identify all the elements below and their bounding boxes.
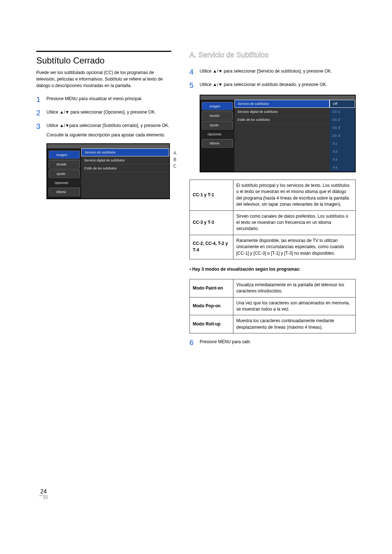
osd-left-nav: Imagen Sonido Ajuste Opciones Idioma — [200, 100, 234, 172]
osd-nav-item: Idioma — [49, 188, 79, 196]
step-2: 2 Utilice ▲/▼ para seleccionar [Opciones… — [36, 109, 171, 117]
rule-line — [36, 51, 171, 52]
step-text-sub: Consulte la siguiente descripción para a… — [46, 132, 171, 138]
step-text: Presione MENU para salir. — [200, 338, 356, 345]
osd-mid-panel: Servicio de subtítulos Servicio digital … — [81, 148, 169, 198]
osd-mid-row: Estilo de los subtítulos — [81, 164, 169, 172]
subsection-title: A. Servicio de Subtítulos — [189, 51, 356, 59]
callout-a: A — [173, 151, 176, 156]
cell-val: Raramente disponible, las emisoras de TV… — [233, 235, 356, 259]
step-number: 2 — [36, 109, 42, 117]
osd-nav-item: Imagen — [49, 151, 79, 159]
table-row: Modo Pop-on Una vez que los caracteres s… — [190, 297, 356, 315]
cell-val: Visualiza inmediatamente en la pantalla … — [233, 279, 356, 297]
step-text-main: Utilice ▲/▼para seleccionar [Subtítulo c… — [46, 123, 170, 128]
osd-nav-item: Opciones — [200, 130, 234, 138]
table-row: Modo Paint-on Visualiza inmediatamente e… — [190, 279, 356, 297]
step-text: Utilice ▲/▼ para seleccionar el subtítul… — [200, 81, 356, 88]
bullet-heading: • Hay 3 modos de visualización según los… — [189, 267, 356, 272]
callout-b: B — [173, 157, 176, 162]
cell-val: Sirven como canales de datos preferidos.… — [233, 210, 356, 235]
step-1: 1 Presione MENU para visualizar el menú … — [36, 95, 171, 104]
page-lang: ES — [39, 496, 48, 500]
osd-nav-item: Sonido — [49, 160, 79, 168]
osd-right-row: T-3 — [330, 156, 355, 164]
cell-key: Modo Roll-up — [190, 315, 233, 333]
display-modes-table: Modo Paint-on Visualiza inmediatamente e… — [189, 279, 356, 333]
step-text: Utilice ▲/▼ para seleccionar [Servicio d… — [200, 68, 356, 74]
callout-c: C — [173, 164, 176, 169]
osd-nav-item: Ajuste — [49, 170, 79, 178]
osd-right-row: T-4 — [330, 164, 355, 172]
step-number: 3 — [36, 122, 42, 131]
osd-right-row: CC-4 — [330, 132, 355, 140]
osd-mid-row: Servicio de subtítulos — [81, 148, 169, 156]
step-text: Utilice ▲/▼para seleccionar [Subtítulo c… — [46, 122, 171, 138]
osd-right-row: CC-2 — [330, 116, 355, 124]
osd-mid-row: Servicio digital de subtítulos — [81, 156, 169, 164]
cell-val: El subtítulo principal y los servicios d… — [233, 180, 356, 211]
osd-body: Imagen Sonido Ajuste Opciones Idioma Ser… — [200, 100, 355, 172]
osd-nav-item: Idioma — [202, 139, 233, 147]
osd-mid-panel: Servicio de subtítulos Servicio digital … — [234, 100, 330, 172]
left-column: Subtítulo Cerrado Puede ver los subtitul… — [36, 51, 171, 352]
osd-mid-row: Servicio de subtítulos — [234, 100, 330, 108]
osd-nav-item: Ajuste — [202, 121, 233, 129]
step-5: 5 Utilice ▲/▼ para seleccionar el subtít… — [189, 81, 356, 90]
osd-right-row: CC-1 — [330, 108, 355, 116]
step-number: 5 — [189, 81, 195, 90]
page-number-value: 24 — [39, 488, 48, 496]
page-content: Subtítulo Cerrado Puede ver los subtitul… — [0, 0, 392, 366]
cell-val: Una vez que los caracteres son almacenad… — [233, 297, 356, 315]
cell-key: Modo Pop-on — [190, 297, 233, 315]
step-text: Utilice ▲/▼ para seleccionar [Opciones],… — [46, 109, 171, 115]
outline-text: A. Servicio de Subtítulos — [189, 51, 269, 59]
cell-key: CC-3 y T-3 — [190, 210, 233, 235]
page-number: 24 ES — [39, 488, 48, 500]
osd-right-panel: Off CC-1 CC-2 CC-3 CC-4 T-1 T-2 T-3 T-4 — [330, 100, 355, 172]
caption-modes-table: CC-1 y T-1 El subtítulo principal y los … — [189, 180, 356, 259]
step-6: 6 Presione MENU para salir. — [189, 338, 356, 347]
table-row: CC-2, CC-4, T-2 y T-4 Raramente disponib… — [190, 235, 356, 259]
table-row: CC-1 y T-1 El subtítulo principal y los … — [190, 180, 356, 211]
osd-left-nav: Imagen Sonido Ajuste Opciones Idioma — [47, 148, 81, 198]
osd-menu-screenshot: Imagen Sonido Ajuste Opciones Idioma Ser… — [46, 143, 170, 199]
table-row: CC-3 y T-3 Sirven como canales de datos … — [190, 210, 356, 235]
table-row: Modo Roll-up Muestra los caracteres cont… — [190, 315, 356, 333]
cell-key: CC-2, CC-4, T-2 y T-4 — [190, 235, 233, 259]
step-text: Presione MENU para visualizar el menú pr… — [46, 95, 171, 102]
step-3: 3 Utilice ▲/▼para seleccionar [Subtítulo… — [36, 122, 171, 138]
step-number: 6 — [189, 338, 195, 347]
intro-paragraph: Puede ver los subtitulado opcional (CC) … — [36, 69, 171, 89]
cell-key: Modo Paint-on — [190, 279, 233, 297]
osd-right-row: T-1 — [330, 140, 355, 148]
osd-header — [200, 95, 355, 100]
osd-nav-item: Opciones — [47, 179, 81, 187]
osd-nav-item: Sonido — [202, 112, 233, 120]
osd-menu-screenshot-2: Imagen Sonido Ajuste Opciones Idioma Ser… — [200, 95, 356, 172]
section-title: Subtítulo Cerrado — [36, 56, 171, 66]
osd-right-row: T-2 — [330, 148, 355, 156]
osd-right-row: Off — [330, 100, 355, 108]
right-column: A. Servicio de Subtítulos 4 Utilice ▲/▼ … — [189, 51, 356, 352]
osd-body: Imagen Sonido Ajuste Opciones Idioma Ser… — [47, 148, 169, 198]
osd-right-row: CC-3 — [330, 124, 355, 132]
step-number: 1 — [36, 95, 42, 104]
step-4: 4 Utilice ▲/▼ para seleccionar [Servicio… — [189, 68, 356, 76]
cell-val: Muestra los caracteres continuadamente m… — [233, 315, 356, 333]
step-number: 4 — [189, 68, 195, 76]
cell-key: CC-1 y T-1 — [190, 180, 233, 211]
osd-mid-row: Servicio digital de subtítulos — [234, 108, 330, 116]
osd-header — [47, 144, 169, 148]
osd-nav-item: Imagen — [202, 102, 233, 110]
osd-mid-row: Estilo de los subtítulos — [234, 116, 330, 124]
